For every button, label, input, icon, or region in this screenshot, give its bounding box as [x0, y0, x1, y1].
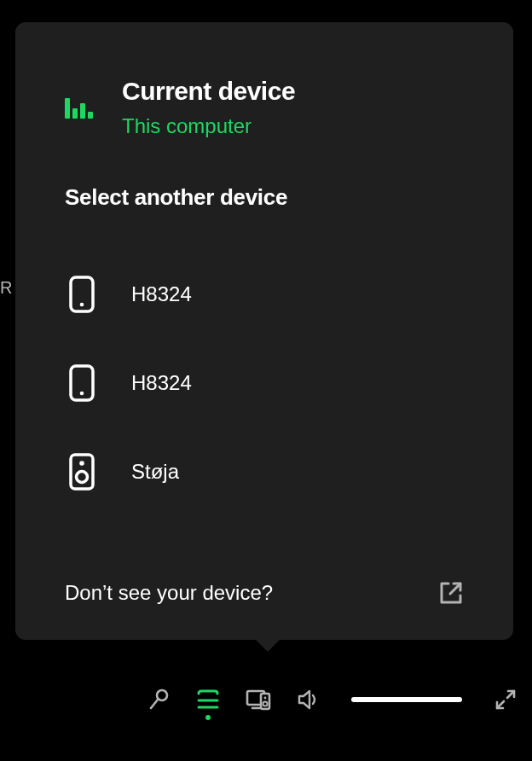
svg-point-1 — [80, 303, 84, 307]
help-text: Don’t see your device? — [65, 581, 273, 605]
phone-icon — [68, 276, 95, 313]
help-link[interactable]: Don’t see your device? — [65, 563, 464, 606]
svg-point-14 — [264, 697, 267, 700]
svg-line-8 — [151, 700, 158, 708]
current-device-heading: Current device — [122, 77, 295, 106]
phone-icon — [68, 364, 95, 402]
volume-button[interactable] — [297, 688, 321, 711]
current-device-name: This computer — [122, 114, 295, 138]
device-list: H8324 H8324 Støja — [65, 250, 464, 516]
background-clipped-text: R — [0, 278, 12, 298]
select-another-heading: Select another device — [65, 184, 464, 211]
speaker-icon — [68, 453, 95, 491]
fullscreen-button[interactable] — [494, 688, 517, 711]
lyrics-button[interactable] — [147, 688, 171, 712]
device-picker-popup: Current device This computer Select anot… — [15, 22, 513, 640]
device-label: H8324 — [131, 282, 192, 306]
device-item-phone[interactable]: H8324 — [65, 250, 464, 339]
current-device-row: Current device This computer — [65, 77, 464, 138]
player-bottom-bar — [0, 679, 532, 720]
device-item-phone[interactable]: H8324 — [65, 339, 464, 427]
svg-point-5 — [79, 461, 84, 466]
device-label: H8324 — [131, 371, 192, 395]
device-item-speaker[interactable]: Støja — [65, 427, 464, 516]
device-label: Støja — [131, 460, 179, 484]
external-link-icon — [438, 580, 464, 606]
equalizer-icon — [65, 96, 93, 119]
current-device-texts: Current device This computer — [122, 77, 295, 138]
svg-point-3 — [80, 392, 84, 396]
svg-point-6 — [77, 472, 88, 483]
queue-button[interactable] — [196, 689, 220, 710]
connect-devices-button[interactable] — [246, 688, 271, 711]
volume-slider[interactable] — [351, 697, 462, 702]
